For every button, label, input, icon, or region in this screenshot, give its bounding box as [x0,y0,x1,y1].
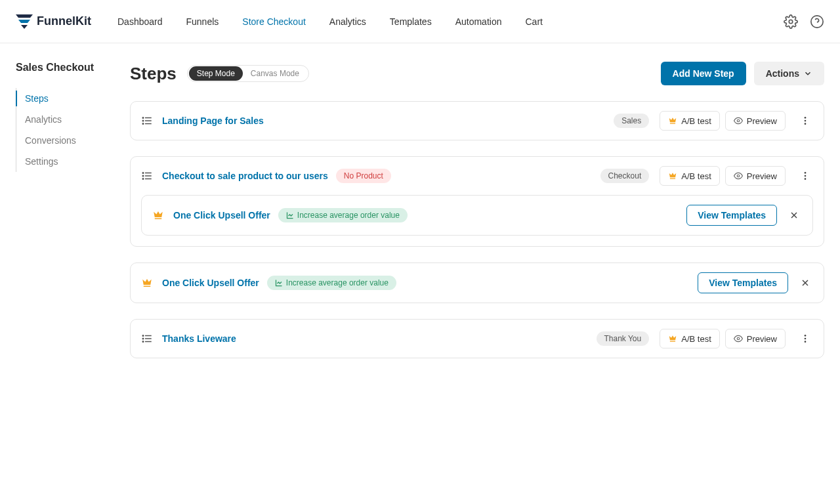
actions-label: Actions [766,68,799,79]
actions-button[interactable]: Actions [754,62,824,85]
sidebar-title: Sales Checkout [16,62,114,74]
view-templates-button[interactable]: View Templates [686,205,777,226]
main-content: Steps Step Mode Canvas Mode Add New Step… [114,43,840,504]
svg-point-16 [142,173,144,174]
svg-point-12 [805,123,807,125]
logo[interactable]: FunnelKit [16,14,91,29]
svg-point-22 [805,178,807,180]
svg-point-36 [805,341,807,343]
chart-up-icon [275,279,283,287]
ab-test-button[interactable]: A/B test [660,329,720,348]
svg-point-11 [805,120,807,122]
nav-item-templates[interactable]: Templates [390,16,432,27]
preview-label: Preview [747,334,777,344]
drag-icon[interactable] [141,115,153,127]
kebab-menu[interactable] [797,333,813,344]
svg-point-30 [142,335,144,337]
preview-button[interactable]: Preview [725,329,786,348]
step-title[interactable]: Landing Page for Sales [162,116,264,126]
step-card: Thanks Liveware Thank You A/B test Previ… [130,319,824,358]
nav-item-analytics[interactable]: Analytics [329,16,366,27]
step-card: Landing Page for Sales Sales A/B test Pr… [130,101,824,140]
sidebar: Sales Checkout Steps Analytics Conversio… [0,43,114,504]
crown-icon [668,116,677,125]
svg-point-35 [805,338,807,340]
crown-icon [152,209,164,221]
nav-item-automation[interactable]: Automation [455,16,502,27]
svg-point-17 [142,175,144,177]
svg-point-8 [142,123,144,125]
nav-item-cart[interactable]: Cart [525,16,542,27]
eye-icon [734,116,743,125]
warn-tag: No Product [336,169,391,183]
top-nav: FunnelKit Dashboard Funnels Store Checko… [0,0,840,43]
header-actions: Add New Step Actions [661,62,824,85]
upsell-title[interactable]: One Click Upsell Offer [162,278,259,288]
svg-point-21 [805,175,807,177]
logo-text: FunnelKit [37,14,91,28]
step-type-tag: Thank You [597,331,650,346]
nav-item-funnels[interactable]: Funnels [186,16,219,27]
svg-point-33 [737,337,740,340]
svg-point-9 [737,119,740,122]
step-title[interactable]: Thanks Liveware [162,333,236,344]
drag-icon[interactable] [141,170,153,182]
svg-point-0 [789,20,793,24]
svg-point-34 [805,335,807,337]
svg-point-1 [811,15,823,27]
mode-canvas[interactable]: Canvas Mode [243,66,307,81]
mode-toggle: Step Mode Canvas Mode [187,65,309,82]
eye-icon [734,171,743,180]
close-icon[interactable] [786,210,802,220]
sidebar-item-steps[interactable]: Steps [16,88,114,109]
preview-button[interactable]: Preview [725,111,786,131]
svg-point-31 [142,338,144,339]
crown-icon [141,277,153,289]
preview-button[interactable]: Preview [725,166,786,186]
page-header: Steps Step Mode Canvas Mode Add New Step… [130,62,824,85]
ab-test-button[interactable]: A/B test [660,166,720,186]
aov-tag: Increase average order value [267,276,396,290]
crown-icon [668,171,677,180]
gear-icon[interactable] [784,14,798,29]
step-type-tag: Sales [614,114,649,128]
preview-label: Preview [747,171,777,181]
help-icon[interactable] [810,14,824,29]
nav-items: Dashboard Funnels Store Checkout Analyti… [117,16,757,27]
sidebar-item-conversions[interactable]: Conversions [16,130,114,151]
add-new-step-button[interactable]: Add New Step [661,62,746,85]
page-title: Steps [130,64,177,84]
nav-item-dashboard[interactable]: Dashboard [117,16,163,27]
sidebar-item-analytics[interactable]: Analytics [16,109,114,130]
svg-point-18 [142,178,144,180]
nav-right [784,14,824,29]
svg-point-7 [142,120,144,121]
drag-icon[interactable] [141,333,153,345]
sidebar-item-settings[interactable]: Settings [16,151,114,172]
ab-test-label: A/B test [681,334,711,344]
nav-item-store-checkout[interactable]: Store Checkout [242,16,306,27]
svg-point-6 [142,117,144,119]
svg-point-10 [805,117,807,119]
ab-test-label: A/B test [681,116,711,126]
close-icon[interactable] [797,278,813,288]
step-card: One Click Upsell Offer Increase average … [130,262,824,303]
mode-step[interactable]: Step Mode [189,66,243,81]
ab-test-button[interactable]: A/B test [660,111,720,131]
chevron-down-icon [803,69,812,78]
eye-icon [734,334,743,343]
step-card: Checkout to sale product to our users No… [130,156,824,247]
svg-point-32 [142,341,144,343]
kebab-menu[interactable] [797,116,813,126]
ab-test-label: A/B test [681,171,711,181]
view-templates-button[interactable]: View Templates [698,272,788,293]
svg-point-19 [737,175,740,177]
svg-point-20 [805,172,807,174]
preview-label: Preview [747,116,777,126]
aov-tag: Increase average order value [278,208,408,222]
aov-label: Increase average order value [297,211,400,220]
step-title[interactable]: Checkout to sale product to our users [162,171,328,181]
upsell-title[interactable]: One Click Upsell Offer [173,210,270,220]
step-type-tag: Checkout [600,169,650,183]
kebab-menu[interactable] [797,171,813,181]
